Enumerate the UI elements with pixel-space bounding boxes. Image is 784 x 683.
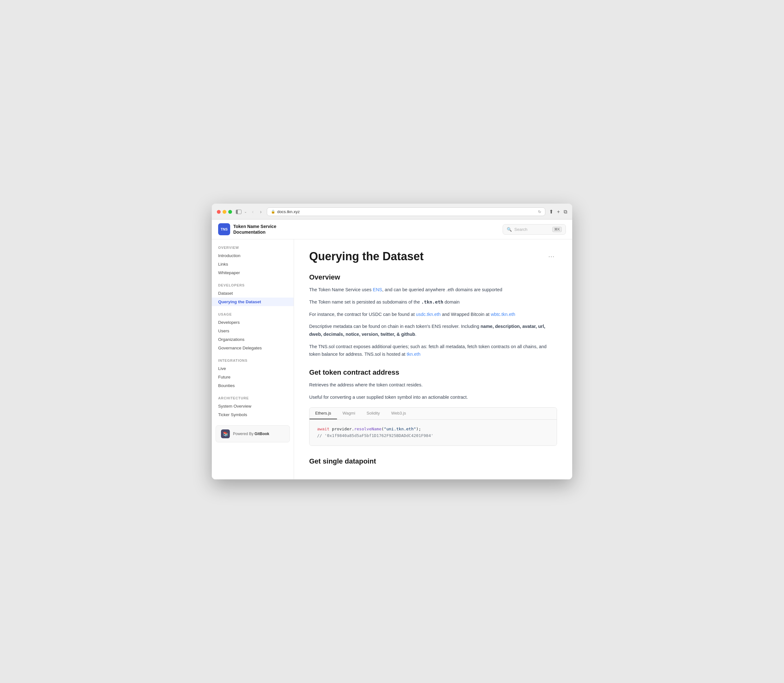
forward-button[interactable]: › — [259, 208, 263, 215]
code-keyword-await: await — [317, 426, 330, 431]
tab-web3-js[interactable]: Web3.js — [386, 407, 411, 419]
tab-solidity[interactable]: Solidity — [361, 407, 386, 419]
code-area: await provider.resolveName("uni.tkn.eth"… — [309, 420, 557, 446]
search-icon: 🔍 — [507, 227, 512, 232]
wbtc-tkn-eth-link[interactable]: wbtc.tkn.eth — [491, 312, 515, 317]
traffic-light-yellow[interactable] — [222, 210, 226, 214]
app-content: TNS Token Name Service Documentation 🔍 S… — [212, 220, 572, 479]
sidebar-section-title-usage: USAGE — [212, 313, 294, 316]
browser-window: ⌄ ‹ › 🔒 docs.tkn.xyz ↻ ⬆ + ⧉ TNS Token N… — [212, 204, 572, 479]
code-plain-3: ); — [416, 426, 421, 431]
traffic-light-green[interactable] — [228, 210, 232, 214]
sidebar-item-future[interactable]: Future — [212, 373, 294, 382]
overview-para-2: The Token name set is persisted as subdo… — [309, 298, 557, 306]
search-placeholder: Search — [514, 227, 550, 232]
sidebar-item-users[interactable]: Users — [212, 327, 294, 335]
search-shortcut: ⌘K — [552, 227, 562, 232]
address-bar[interactable]: 🔒 docs.tkn.xyz ↻ — [267, 207, 545, 216]
more-options-button[interactable]: ⋯ — [546, 252, 557, 261]
powered-by-gitbook[interactable]: 📚 Powered By GitBook — [216, 425, 290, 443]
traffic-light-red[interactable] — [217, 210, 221, 214]
main-layout: OVERVIEW Introduction Links Whitepaper D… — [212, 239, 572, 479]
tab-ethers-js[interactable]: Ethers.js — [309, 407, 337, 419]
page-title-row: Querying the Dataset ⋯ — [309, 250, 557, 263]
overview-heading: Overview — [309, 273, 557, 281]
sidebar-item-querying-dataset[interactable]: Querying the Dataset — [212, 298, 294, 306]
sidebar-section-integrations: INTEGRATIONS Live Future Bounties — [212, 359, 294, 390]
ens-link[interactable]: ENS — [373, 287, 382, 292]
tab-wagmi[interactable]: Wagmi — [337, 407, 361, 419]
sidebar: OVERVIEW Introduction Links Whitepaper D… — [212, 239, 294, 479]
overview-para-1: The Token Name Service uses ENS, and can… — [309, 286, 557, 294]
code-function-resolve: resolveName — [354, 426, 381, 431]
app-name: Token Name Service Documentation — [233, 224, 276, 235]
sidebar-section-architecture: ARCHITECTURE System Overview Ticker Symb… — [212, 396, 294, 419]
new-tab-button[interactable]: + — [557, 209, 560, 215]
sidebar-item-governance-delegates[interactable]: Governance Delegates — [212, 344, 294, 352]
sidebar-item-introduction[interactable]: Introduction — [212, 252, 294, 260]
tabs-button[interactable]: ⧉ — [564, 209, 567, 215]
powered-by-text: Powered By GitBook — [233, 431, 269, 436]
sidebar-item-whitepaper[interactable]: Whitepaper — [212, 268, 294, 277]
code-string-1: "uni.tkn.eth" — [384, 426, 416, 431]
browser-actions: ⬆ + ⧉ — [549, 209, 567, 215]
code-comment-1: // '0x1f9840a85d5aF5bf1D1762F925BDADdC42… — [317, 433, 434, 438]
usdc-tkn-eth-link[interactable]: usdc.tkn.eth — [416, 312, 441, 317]
sidebar-section-title-overview: OVERVIEW — [212, 246, 294, 250]
sidebar-item-developers-usage[interactable]: Developers — [212, 318, 294, 327]
top-header: TNS Token Name Service Documentation 🔍 S… — [212, 220, 572, 239]
sidebar-item-bounties[interactable]: Bounties — [212, 382, 294, 390]
code-plain-1: provider. — [332, 426, 354, 431]
sidebar-section-title-developers: DEVELOPERS — [212, 283, 294, 287]
sidebar-toggle-icon[interactable] — [236, 210, 242, 214]
gitbook-icon: 📚 — [221, 430, 230, 438]
share-button[interactable]: ⬆ — [549, 209, 553, 215]
sidebar-item-links[interactable]: Links — [212, 260, 294, 268]
metadata-fields: name, description, avatar, url, dweb, de… — [309, 324, 545, 337]
logo-icon: TNS — [218, 223, 230, 235]
main-content: Querying the Dataset ⋯ Overview The Toke… — [294, 239, 572, 479]
back-button[interactable]: ‹ — [251, 208, 255, 215]
logo-area: TNS Token Name Service Documentation — [218, 223, 276, 235]
overview-para-5: The TNS.sol contract exposes additional … — [309, 343, 557, 358]
sidebar-item-live[interactable]: Live — [212, 364, 294, 373]
get-single-datapoint-heading: Get single datapoint — [309, 457, 557, 465]
code-line-2: // '0x1f9840a85d5aF5bf1D1762F925BDADdC42… — [317, 433, 549, 439]
code-block-container: Ethers.js Wagmi Solidity Web3.js await p… — [309, 407, 557, 446]
code-line-1: await provider.resolveName("uni.tkn.eth"… — [317, 426, 549, 433]
sidebar-item-dataset[interactable]: Dataset — [212, 289, 294, 298]
sidebar-section-title-architecture: ARCHITECTURE — [212, 396, 294, 400]
token-contract-para-1: Retrieves the address where the token co… — [309, 381, 557, 389]
sidebar-section-overview: OVERVIEW Introduction Links Whitepaper — [212, 246, 294, 277]
token-contract-para-2: Useful for converting a user supplied to… — [309, 393, 557, 401]
overview-para-3: For instance, the contract for USDC can … — [309, 311, 557, 318]
traffic-lights — [217, 210, 232, 214]
browser-controls: ⌄ — [236, 210, 247, 214]
overview-para-4: Descriptive metadata can be found on cha… — [309, 322, 557, 338]
search-bar[interactable]: 🔍 Search ⌘K — [502, 224, 566, 235]
page-title: Querying the Dataset — [309, 250, 424, 263]
sidebar-section-usage: USAGE Developers Users Organizations Gov… — [212, 313, 294, 352]
url-text: docs.tkn.xyz — [277, 209, 300, 214]
tkn-eth-link[interactable]: tkn.eth — [406, 352, 421, 357]
sidebar-item-organizations[interactable]: Organizations — [212, 335, 294, 344]
tkn-eth-domain: .tkn.eth — [421, 300, 443, 305]
sidebar-section-developers: DEVELOPERS Dataset Querying the Dataset — [212, 283, 294, 306]
get-token-contract-heading: Get token contract address — [309, 369, 557, 377]
lock-icon: 🔒 — [271, 210, 275, 214]
browser-chrome: ⌄ ‹ › 🔒 docs.tkn.xyz ↻ ⬆ + ⧉ — [212, 204, 572, 220]
sidebar-item-ticker-symbols[interactable]: Ticker Symbols — [212, 410, 294, 419]
sidebar-item-system-overview[interactable]: System Overview — [212, 402, 294, 410]
refresh-button[interactable]: ↻ — [538, 210, 541, 214]
sidebar-section-title-integrations: INTEGRATIONS — [212, 359, 294, 362]
code-tabs: Ethers.js Wagmi Solidity Web3.js — [309, 407, 557, 420]
